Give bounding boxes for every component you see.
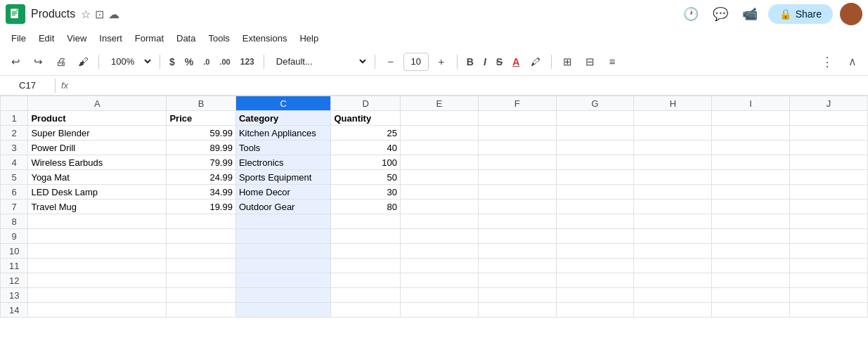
cell[interactable] xyxy=(167,303,236,318)
menu-format[interactable]: Format xyxy=(129,31,169,46)
cell[interactable] xyxy=(556,111,634,126)
cell[interactable] xyxy=(400,200,478,214)
cell[interactable] xyxy=(634,259,712,273)
cell[interactable] xyxy=(331,259,401,273)
cell[interactable] xyxy=(400,303,478,318)
cell[interactable] xyxy=(235,288,330,303)
spreadsheet-scroll[interactable]: A B C D E F G H I J 1ProductPriceCategor… xyxy=(0,96,868,352)
cell[interactable] xyxy=(235,273,330,288)
cell[interactable] xyxy=(28,229,167,244)
cell[interactable] xyxy=(400,185,478,200)
cell[interactable] xyxy=(478,244,556,259)
cell[interactable] xyxy=(712,214,790,229)
cell[interactable] xyxy=(400,244,478,259)
cell[interactable] xyxy=(331,303,401,318)
cell[interactable] xyxy=(634,111,712,126)
cell[interactable]: Outdoor Gear xyxy=(235,200,330,214)
collapse-toolbar-button[interactable]: ∧ xyxy=(843,52,862,72)
cell[interactable] xyxy=(400,229,478,244)
col-header-e[interactable]: E xyxy=(400,96,478,111)
cell[interactable] xyxy=(634,141,712,155)
cell[interactable]: Super Blender xyxy=(28,126,167,141)
cell[interactable] xyxy=(712,126,790,141)
cell[interactable]: Home Decor xyxy=(235,185,330,200)
cell[interactable] xyxy=(634,170,712,185)
share-button[interactable]: 🔒 Share xyxy=(768,4,833,24)
cell[interactable] xyxy=(712,229,790,244)
cell[interactable] xyxy=(400,111,478,126)
dec-decrease-button[interactable]: .0 xyxy=(200,52,213,72)
menu-insert[interactable]: Insert xyxy=(93,31,128,46)
cell[interactable] xyxy=(167,259,236,273)
font-size-input[interactable] xyxy=(403,53,429,71)
col-header-f[interactable]: F xyxy=(478,96,556,111)
cell[interactable]: Kitchen Appliances xyxy=(235,126,330,141)
cell[interactable] xyxy=(712,111,790,126)
font-size-increase-button[interactable]: + xyxy=(432,52,451,72)
cell[interactable]: 25 xyxy=(331,126,401,141)
cell[interactable] xyxy=(556,126,634,141)
cell[interactable] xyxy=(634,244,712,259)
meet-icon[interactable]: 📹 xyxy=(739,3,761,25)
cell[interactable] xyxy=(790,155,868,170)
cell[interactable] xyxy=(478,141,556,155)
cell[interactable] xyxy=(235,259,330,273)
col-header-j[interactable]: J xyxy=(790,96,868,111)
cell[interactable]: Wireless Earbuds xyxy=(28,155,167,170)
cell[interactable] xyxy=(400,155,478,170)
cell[interactable] xyxy=(790,170,868,185)
paint-format-button[interactable]: 🖌 xyxy=(73,52,93,72)
cell[interactable] xyxy=(167,288,236,303)
undo-button[interactable]: ↩ xyxy=(6,52,25,72)
cell[interactable] xyxy=(790,111,868,126)
cell[interactable] xyxy=(712,185,790,200)
cell[interactable] xyxy=(478,259,556,273)
cell[interactable] xyxy=(712,303,790,318)
cloud-icon[interactable]: ☁ xyxy=(108,8,119,21)
cell[interactable] xyxy=(790,259,868,273)
cell[interactable] xyxy=(556,303,634,318)
cell[interactable]: 79.99 xyxy=(167,155,236,170)
menu-help[interactable]: Help xyxy=(294,31,324,46)
cell-reference-input[interactable]: C17 xyxy=(3,79,52,92)
cell[interactable]: Yoga Mat xyxy=(28,170,167,185)
cell[interactable] xyxy=(790,200,868,214)
cell[interactable] xyxy=(167,244,236,259)
menu-extensions[interactable]: Extensions xyxy=(237,31,293,46)
more-options-button[interactable]: ⋮ xyxy=(817,52,837,72)
cell[interactable] xyxy=(235,244,330,259)
document-title[interactable]: Products xyxy=(31,8,75,20)
cell[interactable]: 89.99 xyxy=(167,141,236,155)
col-header-g[interactable]: G xyxy=(556,96,634,111)
cell[interactable] xyxy=(478,214,556,229)
cell[interactable]: Price xyxy=(167,111,236,126)
currency-button[interactable]: $ xyxy=(166,52,179,72)
cell[interactable] xyxy=(790,229,868,244)
menu-file[interactable]: File xyxy=(6,31,32,46)
cell[interactable] xyxy=(400,141,478,155)
col-header-h[interactable]: H xyxy=(634,96,712,111)
cell[interactable] xyxy=(790,141,868,155)
cell[interactable] xyxy=(712,244,790,259)
col-header-i[interactable]: I xyxy=(712,96,790,111)
cell[interactable] xyxy=(712,200,790,214)
cell[interactable] xyxy=(400,273,478,288)
cell[interactable] xyxy=(235,303,330,318)
cell[interactable] xyxy=(400,288,478,303)
cell[interactable] xyxy=(634,273,712,288)
col-header-c[interactable]: C xyxy=(235,96,330,111)
cell[interactable] xyxy=(556,170,634,185)
cell[interactable] xyxy=(790,185,868,200)
cell[interactable]: 100 xyxy=(331,155,401,170)
cell[interactable] xyxy=(556,214,634,229)
cell[interactable] xyxy=(790,214,868,229)
strikethrough-button[interactable]: S xyxy=(493,52,506,72)
cell[interactable]: 34.99 xyxy=(167,185,236,200)
print-button[interactable]: 🖨 xyxy=(51,52,70,72)
star-icon[interactable]: ☆ xyxy=(81,8,91,21)
cell[interactable] xyxy=(634,200,712,214)
cell[interactable] xyxy=(790,303,868,318)
cell[interactable] xyxy=(478,229,556,244)
cell[interactable] xyxy=(331,244,401,259)
cell[interactable] xyxy=(331,229,401,244)
